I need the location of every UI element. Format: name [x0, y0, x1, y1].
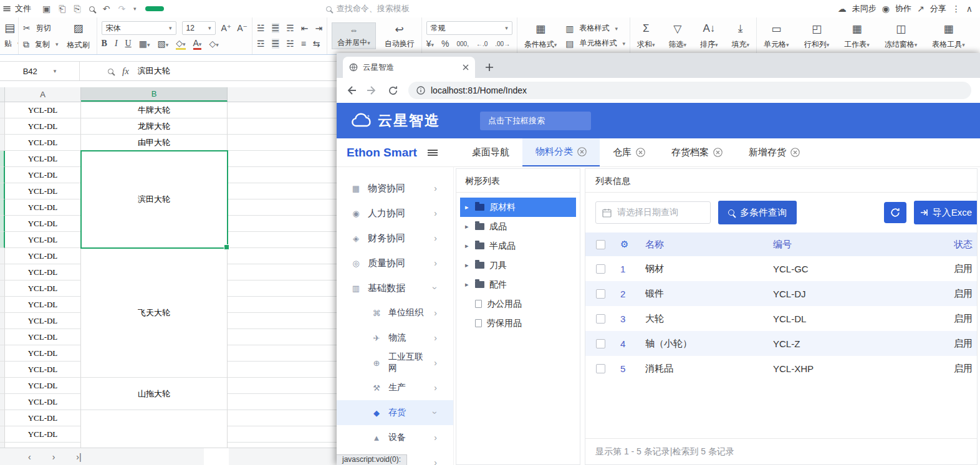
- sidebar-item[interactable]: ▦ 物资协同 ›: [337, 176, 453, 201]
- table-row[interactable]: 3 大轮 YCL-DL 启用: [585, 306, 977, 331]
- justify-icon[interactable]: ≡: [301, 39, 306, 49]
- cell-col-a[interactable]: YCL-DL: [5, 216, 81, 232]
- eraser-button[interactable]: ◇▾: [209, 39, 218, 49]
- select-all-corner[interactable]: [0, 87, 5, 102]
- app-tab[interactable]: 新增存货: [736, 138, 813, 166]
- menu-tab[interactable]: [201, 7, 220, 11]
- caret-icon[interactable]: ▸: [465, 203, 470, 211]
- cell-col-a[interactable]: YCL-DL: [5, 443, 81, 448]
- app-tab[interactable]: 存货档案: [658, 138, 736, 166]
- row-header[interactable]: [0, 426, 5, 443]
- borders-button[interactable]: ▦▾: [139, 39, 150, 49]
- table-row[interactable]: 2 锻件 YCL-DJ 启用: [585, 281, 977, 306]
- sheet-next-icon[interactable]: ›: [52, 452, 55, 462]
- more-menu-icon[interactable]: ⋮: [952, 4, 961, 14]
- cell-col-a[interactable]: YCL-DL: [5, 426, 81, 443]
- print-preview-icon[interactable]: [89, 6, 95, 12]
- row-header[interactable]: [0, 280, 5, 297]
- import-excel-button[interactable]: 导入Exce: [914, 201, 978, 224]
- caret-icon[interactable]: ▸: [465, 261, 470, 269]
- zoom-icon[interactable]: [108, 69, 113, 74]
- thousands-icon[interactable]: 000,: [456, 41, 468, 47]
- tree-item[interactable]: ▸ 劳保用品: [460, 314, 576, 333]
- caret-icon[interactable]: ▸: [465, 242, 470, 250]
- font-color-button[interactable]: A▾: [193, 38, 202, 50]
- cell-col-a[interactable]: YCL-DL: [5, 102, 81, 118]
- forward-button[interactable]: [367, 85, 378, 96]
- table-row[interactable]: 1 钢材 YCL-GC 启用: [585, 256, 977, 281]
- app-search-dropdown[interactable]: 点击下拉框搜索: [480, 112, 591, 130]
- increase-decimal-icon[interactable]: .00→: [495, 41, 510, 47]
- menu-tab[interactable]: [164, 7, 183, 11]
- copy-button[interactable]: ⧉复制▾: [23, 37, 59, 52]
- sheet-tab[interactable]: [179, 448, 204, 465]
- align-left-icon[interactable]: ☲: [257, 39, 265, 49]
- sum-button[interactable]: Σ求和▾: [635, 21, 658, 51]
- sidebar-item[interactable]: ◆ 存货 ›: [337, 400, 453, 425]
- collaborate-button[interactable]: 协作: [895, 3, 911, 14]
- increase-font-icon[interactable]: A⁺: [221, 23, 232, 33]
- fill-color-button[interactable]: ◇▾: [176, 38, 185, 50]
- cell-col-a[interactable]: YCL-DL: [5, 410, 81, 426]
- cell-col-a[interactable]: YCL-DL: [5, 264, 81, 280]
- font-size-select[interactable]: 12▾: [182, 21, 216, 35]
- sidebar-item[interactable]: ✈ 物流 ›: [337, 325, 453, 350]
- row-header[interactable]: [0, 183, 5, 199]
- decrease-decimal-icon[interactable]: ←.0: [476, 41, 488, 47]
- back-button[interactable]: [345, 85, 357, 96]
- date-filter-input[interactable]: 请选择日期查询: [595, 201, 711, 224]
- command-search[interactable]: 查找命令、搜索模板: [326, 3, 410, 14]
- cell-col-a[interactable]: YCL-DL: [5, 248, 81, 264]
- browser-tab[interactable]: 云星智造: [343, 57, 475, 78]
- sort-button[interactable]: A↓排序▾: [698, 21, 721, 51]
- sidebar-item[interactable]: ⌘ 单位组织 ›: [337, 300, 453, 325]
- cell-col-a[interactable]: YCL-DL: [5, 135, 81, 151]
- cell-col-a[interactable]: YCL-DL: [5, 313, 81, 329]
- app-tab[interactable]: 桌面导航: [459, 138, 522, 166]
- caret-icon[interactable]: ▸: [465, 280, 470, 289]
- cell-col-a[interactable]: YCL-DL: [5, 378, 81, 394]
- row-checkbox[interactable]: [596, 314, 605, 324]
- tree-item[interactable]: ▸ 半成品: [460, 236, 576, 256]
- sheet-tab[interactable]: [104, 448, 129, 465]
- sidebar-item[interactable]: ▲ 设备 ›: [337, 425, 453, 450]
- row-checkbox[interactable]: [596, 364, 605, 373]
- reload-button[interactable]: [388, 85, 398, 96]
- tree-item[interactable]: ▸ 原材料: [460, 198, 576, 217]
- sidebar-toggle-icon[interactable]: [428, 150, 438, 156]
- share-button[interactable]: 分享: [930, 3, 946, 14]
- row-checkbox[interactable]: [596, 339, 605, 348]
- cell-col-a[interactable]: YCL-DL: [5, 183, 81, 199]
- number-format-select[interactable]: 常规▾: [426, 21, 512, 35]
- sheet-tab[interactable]: [129, 448, 154, 465]
- table-style-button[interactable]: ▥表格样式▾: [565, 21, 625, 36]
- row-header[interactable]: [0, 199, 5, 216]
- row-header[interactable]: [0, 345, 5, 362]
- align-bottom-icon[interactable]: ☴: [286, 23, 294, 33]
- freeze-panes-button[interactable]: ◫冻结窗格▾: [882, 21, 920, 51]
- wrap-text-button[interactable]: ↩ 自动换行: [382, 22, 417, 50]
- toolbar-more-icon[interactable]: ▾: [133, 6, 137, 12]
- cell-col-a[interactable]: YCL-DL: [5, 297, 81, 313]
- column-code[interactable]: 编号: [773, 239, 954, 251]
- align-right-icon[interactable]: ☵: [286, 39, 294, 49]
- row-header[interactable]: [0, 297, 5, 313]
- sheet-tab[interactable]: [154, 448, 179, 465]
- row-header[interactable]: [0, 118, 5, 135]
- cell-col-a[interactable]: YCL-DL: [5, 280, 81, 297]
- row-header[interactable]: [0, 378, 5, 394]
- row-header[interactable]: [0, 102, 5, 118]
- spreadsheet-cell[interactable]: 牛牌大轮: [81, 102, 228, 118]
- cell-col-a[interactable]: YCL-DL: [5, 151, 81, 167]
- tab-close-icon[interactable]: [790, 148, 800, 157]
- currency-icon[interactable]: ¥▾: [426, 39, 434, 49]
- decrease-indent-icon[interactable]: ⇤: [301, 23, 309, 33]
- redo-icon[interactable]: ↷: [118, 4, 125, 14]
- menu-tab[interactable]: [220, 7, 239, 11]
- sidebar-item[interactable]: ⚒ 生产 ›: [337, 375, 453, 400]
- page-info-icon[interactable]: [416, 86, 425, 95]
- bold-button[interactable]: B: [102, 39, 107, 49]
- sync-status[interactable]: 未同步: [852, 3, 877, 14]
- tab-close-icon[interactable]: [463, 64, 469, 70]
- new-tab-button[interactable]: [485, 63, 494, 72]
